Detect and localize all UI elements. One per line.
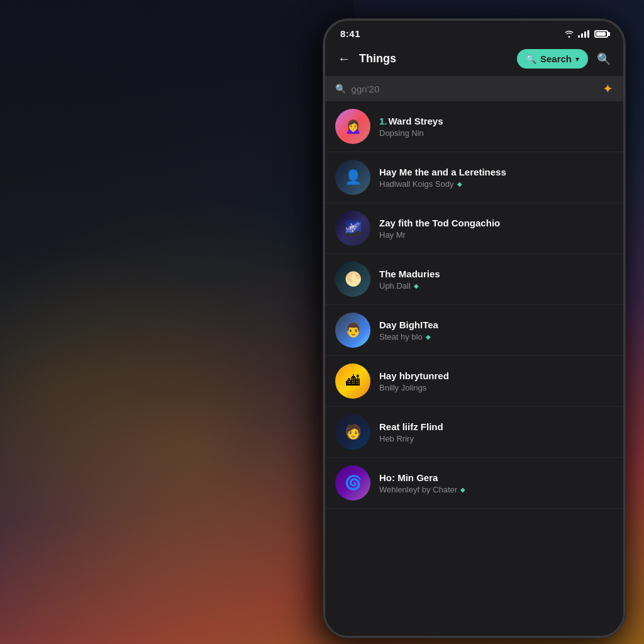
avatar-image: 🏙: [335, 364, 370, 399]
search-pill-icon: 🔍: [526, 54, 536, 64]
diamond-icon: ◆: [426, 333, 431, 340]
avatar: 👨: [335, 313, 370, 348]
avatar-image: 👨: [335, 313, 370, 348]
item-info: Zay fith the Tod Congachio Hay Mr: [379, 218, 613, 240]
avatar-image: 🧑: [335, 414, 370, 450]
item-subtitle: Wehlenleyf by Chater ◆: [379, 485, 613, 494]
list-item[interactable]: 🌌 Zay fith the Tod Congachio Hay Mr: [325, 203, 623, 254]
avatar: 🧑: [335, 414, 370, 450]
item-subtitle: Uph.Dall ◆: [379, 281, 613, 291]
item-title: Day BighITea: [379, 319, 613, 330]
search-pill-label: Search: [540, 53, 572, 64]
avatar: 🌀: [335, 465, 370, 501]
list-item[interactable]: 🧑 Reat liifz Flind Heb Rriry: [325, 407, 623, 458]
wifi-icon: [564, 30, 574, 38]
diamond-icon: ◆: [414, 282, 419, 289]
avatar: 👤: [335, 160, 370, 195]
item-title: Ho: Min Gera: [379, 472, 613, 483]
list-item[interactable]: 👤 Hay Me the and a Leretiness Hadlwall K…: [325, 152, 623, 203]
item-info: Hay Me the and a Leretiness Hadlwall Koi…: [379, 167, 613, 189]
phone-frame: 8:41: [323, 19, 625, 638]
phone-wrapper: 8:41: [323, 19, 625, 638]
item-info: 1.Ward Streys Dopsing Nin: [379, 116, 613, 138]
search-input[interactable]: [351, 84, 597, 94]
back-button[interactable]: ←: [335, 49, 353, 69]
avatar: 🙍‍♀️: [335, 109, 370, 144]
list-container: 🙍‍♀️ 1.Ward Streys Dopsing Nin 👤 Hay Me …: [325, 101, 623, 636]
scene-left: [0, 0, 354, 644]
item-info: Hay hbrytunred Bnilly Jolings: [379, 370, 613, 392]
item-subtitle: Bnilly Jolings: [379, 383, 613, 392]
list-item[interactable]: 🌀 Ho: Min Gera Wehlenleyf by Chater ◆: [325, 458, 623, 509]
search-pill-button[interactable]: 🔍 Search ▾: [517, 49, 588, 69]
diamond-icon: ◆: [457, 180, 462, 187]
list-item[interactable]: 🙍‍♀️ 1.Ward Streys Dopsing Nin: [325, 101, 623, 152]
item-title: Reat liifz Flind: [379, 421, 613, 432]
avatar-image: 👤: [335, 160, 370, 195]
item-title: 1.Ward Streys: [379, 116, 613, 126]
signal-icon: [578, 30, 589, 38]
item-info: Day BighITea Steat hy blo ◆: [379, 319, 613, 341]
battery-icon: [594, 30, 608, 38]
list-item[interactable]: 🏙 Hay hbrytunred Bnilly Jolings: [325, 356, 623, 407]
item-subtitle: Dopsing Nin: [379, 128, 613, 138]
avatar: 🌕: [335, 262, 370, 297]
avatar-image: 🌕: [335, 262, 370, 297]
nav-bar: ← Things 🔍 Search ▾ 🔍: [325, 44, 623, 76]
status-bar: 8:41: [325, 21, 623, 44]
item-title: Hay Me the and a Leretiness: [379, 167, 613, 177]
search-bar-container: 🔍 ✦: [325, 76, 623, 101]
avatar: 🏙: [335, 364, 370, 399]
list-item[interactable]: 🌕 The Maduries Uph.Dall ◆: [325, 254, 623, 305]
avatar-image: 🙍‍♀️: [335, 109, 370, 144]
item-title: Hay hbrytunred: [379, 370, 613, 381]
item-subtitle: Hay Mr: [379, 230, 613, 240]
item-info: The Maduries Uph.Dall ◆: [379, 269, 613, 291]
diamond-icon: ◆: [460, 486, 465, 493]
item-number: 1.: [379, 116, 387, 126]
avatar-image: 🌀: [335, 465, 370, 501]
status-time: 8:41: [340, 28, 360, 39]
item-info: Ho: Min Gera Wehlenleyf by Chater ◆: [379, 472, 613, 494]
item-subtitle: Heb Rriry: [379, 434, 613, 443]
nav-title: Things: [359, 52, 511, 65]
item-subtitle: Steat hy blo ◆: [379, 332, 613, 341]
item-title: The Maduries: [379, 269, 613, 279]
item-title: Zay fith the Tod Congachio: [379, 218, 613, 228]
item-subtitle: Hadlwall Koigs Sody ◆: [379, 179, 613, 189]
status-icons: [564, 30, 608, 38]
avatar-image: 🌌: [335, 211, 370, 246]
search-bar-icon: 🔍: [335, 84, 346, 94]
add-icon[interactable]: ✦: [602, 81, 613, 96]
avatar: 🌌: [335, 211, 370, 246]
nav-search-icon[interactable]: 🔍: [594, 50, 613, 69]
list-item[interactable]: 👨 Day BighITea Steat hy blo ◆: [325, 305, 623, 356]
chevron-down-icon: ▾: [575, 55, 579, 64]
item-info: Reat liifz Flind Heb Rriry: [379, 421, 613, 443]
